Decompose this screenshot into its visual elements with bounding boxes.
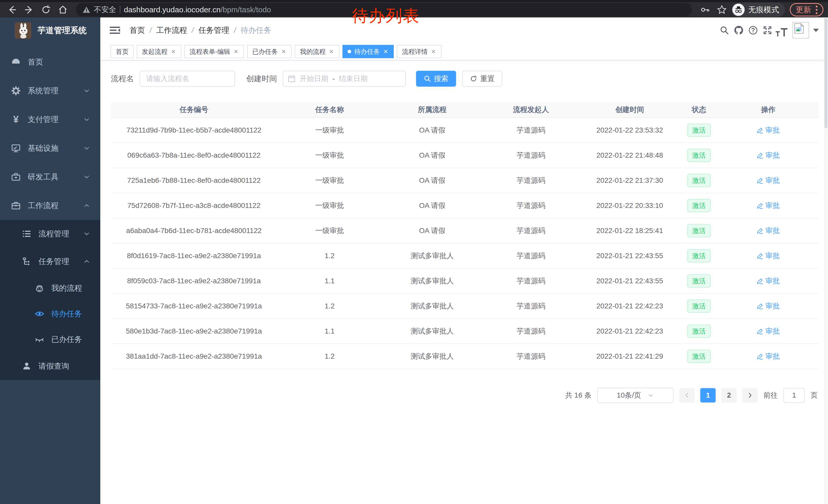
- sidebar-item-label: 系统管理: [28, 86, 83, 96]
- task-name-cell: 1.2: [277, 352, 382, 360]
- process-cell: OA 请假: [382, 201, 482, 211]
- date-range-picker[interactable]: 开始日期 - 结束日期: [283, 71, 406, 87]
- sidebar-item-todo-tasks[interactable]: 待办任务: [0, 301, 100, 327]
- action-cell: 审批: [718, 326, 818, 336]
- sidebar-item-workflow[interactable]: 工作流程: [0, 191, 100, 220]
- sidebar-logo-row[interactable]: 芋道管理系统: [0, 17, 100, 44]
- approve-link-label: 审批: [765, 251, 780, 261]
- sidebar-item-payment[interactable]: ¥ 支付管理: [0, 105, 100, 134]
- page-button-2[interactable]: 2: [721, 388, 737, 403]
- tag-done-tasks[interactable]: 已办任务: [247, 45, 292, 58]
- address-bar[interactable]: 不安全 dashboard.yudao.iocoder.cn/bpm/task/…: [76, 3, 692, 16]
- font-size-icon[interactable]: [775, 23, 789, 37]
- page-scrollbar[interactable]: [824, 17, 828, 504]
- column-header-process: 所属流程: [382, 105, 482, 114]
- update-label[interactable]: 更新: [796, 5, 811, 15]
- avatar[interactable]: [793, 22, 809, 39]
- page-url[interactable]: dashboard.yudao.iocoder.cn/bpm/task/todo: [124, 5, 271, 14]
- tag-process-form-edit[interactable]: 流程表单-编辑: [184, 45, 244, 58]
- github-icon[interactable]: [732, 23, 746, 37]
- breadcrumb-item-home[interactable]: 首页: [129, 25, 145, 36]
- sidebar-item-task-management[interactable]: 任务管理: [0, 248, 100, 275]
- header-search-icon[interactable]: [717, 23, 732, 37]
- start-date-placeholder[interactable]: 开始日期: [300, 74, 328, 84]
- sidebar-item-dev-tools[interactable]: 研发工具: [0, 163, 100, 191]
- approve-link[interactable]: 审批: [757, 251, 780, 261]
- browser-chrome: 不安全 dashboard.yudao.iocoder.cn/bpm/task/…: [0, 0, 828, 17]
- sidebar-collapse-icon[interactable]: [109, 25, 121, 36]
- approve-link[interactable]: 审批: [757, 276, 780, 286]
- tag-start-process[interactable]: 发起流程: [137, 45, 181, 58]
- created-time-cell: 2022-01-21 22:43:55: [580, 252, 680, 260]
- close-icon[interactable]: [171, 49, 176, 54]
- kebab-menu-icon[interactable]: [816, 6, 818, 14]
- close-icon[interactable]: [281, 49, 287, 54]
- breadcrumb-item-workflow[interactable]: 工作流程: [156, 25, 187, 36]
- close-icon[interactable]: [383, 49, 388, 54]
- approve-link[interactable]: 审批: [757, 176, 780, 185]
- created-time-cell: 2022-01-22 21:37:30: [580, 176, 680, 185]
- sidebar-item-done-tasks[interactable]: 已办任务: [0, 327, 100, 352]
- calendar-icon: [288, 75, 295, 83]
- incognito-badge[interactable]: 无痕模式: [731, 3, 785, 17]
- reload-icon[interactable]: [38, 4, 53, 15]
- broken-image-icon: [794, 23, 804, 34]
- app-header: 首页 / 工作流程 / 任务管理 / 待办任务 ?: [100, 17, 828, 43]
- reset-button[interactable]: 重置: [462, 71, 502, 87]
- page-button-1[interactable]: 1: [700, 388, 716, 403]
- page-size-select[interactable]: 10条/页: [597, 387, 673, 403]
- tag-my-process[interactable]: 我的流程: [295, 45, 339, 58]
- bookmark-star-icon[interactable]: [714, 4, 729, 15]
- browser-update-menu[interactable]: 更新: [790, 3, 823, 16]
- approve-link-label: 审批: [765, 276, 780, 286]
- end-date-placeholder[interactable]: 结束日期: [339, 74, 368, 84]
- sidebar-item-label: 待办任务: [51, 309, 100, 319]
- initiator-cell: 芋道源码: [482, 326, 580, 336]
- approve-link[interactable]: 审批: [757, 226, 780, 236]
- app-title: 芋道管理系统: [37, 25, 87, 36]
- process-name-label: 流程名: [111, 74, 134, 84]
- security-warning-icon[interactable]: [83, 6, 90, 13]
- next-page-button[interactable]: [742, 388, 758, 403]
- todo-task-table: 任务编号 任务名称 所属流程 流程发起人 创建时间 状态 操作 73211d9d…: [111, 102, 818, 369]
- approve-link[interactable]: 审批: [757, 352, 780, 361]
- approve-link[interactable]: 审批: [757, 150, 780, 160]
- approve-link[interactable]: 审批: [757, 301, 780, 311]
- status-cell: 激活: [680, 300, 718, 313]
- close-icon[interactable]: [329, 49, 334, 54]
- home-icon[interactable]: [55, 4, 70, 15]
- password-key-icon[interactable]: [697, 4, 712, 15]
- tag-process-detail[interactable]: 流程详情: [397, 45, 442, 58]
- avatar-caret-icon[interactable]: [813, 29, 819, 32]
- search-button[interactable]: 搜索: [416, 71, 456, 87]
- help-glyph: ?: [751, 27, 755, 34]
- approve-link[interactable]: 审批: [757, 326, 780, 336]
- fullscreen-icon[interactable]: [760, 23, 775, 37]
- list-tree-icon: [22, 229, 32, 239]
- tag-home[interactable]: 首页: [111, 45, 134, 58]
- sidebar-item-my-process[interactable]: 我的流程: [0, 275, 100, 301]
- back-icon[interactable]: [5, 4, 19, 15]
- security-warning-label[interactable]: 不安全: [94, 5, 116, 15]
- process-name-input[interactable]: [139, 71, 235, 87]
- scrollbar-thumb[interactable]: [824, 18, 827, 128]
- sidebar-item-home[interactable]: 首页: [0, 48, 100, 77]
- task-id-cell: 8f0d1619-7ac8-11ec-a9e2-a2380e71991a: [111, 252, 277, 260]
- status-badge: 激活: [687, 249, 711, 263]
- tag-todo-tasks[interactable]: 待办任务: [342, 45, 394, 58]
- prev-page-button[interactable]: [679, 388, 695, 403]
- column-header-initiator: 流程发起人: [482, 105, 580, 114]
- sidebar-item-leave-query[interactable]: 请假查询: [0, 352, 100, 380]
- sidebar-item-infrastructure[interactable]: 基础设施: [0, 134, 100, 163]
- goto-page-input[interactable]: [783, 388, 805, 403]
- sidebar-item-process-management[interactable]: 流程管理: [0, 220, 100, 248]
- close-icon[interactable]: [233, 49, 239, 54]
- breadcrumb-item-task-management[interactable]: 任务管理: [199, 25, 229, 36]
- approve-link[interactable]: 审批: [757, 201, 780, 211]
- goto-unit-label: 页: [811, 391, 818, 400]
- close-icon[interactable]: [431, 49, 436, 54]
- approve-link[interactable]: 审批: [757, 125, 780, 135]
- help-icon[interactable]: ?: [746, 23, 760, 37]
- forward-icon[interactable]: [22, 4, 36, 15]
- sidebar-item-system[interactable]: 系统管理: [0, 77, 100, 105]
